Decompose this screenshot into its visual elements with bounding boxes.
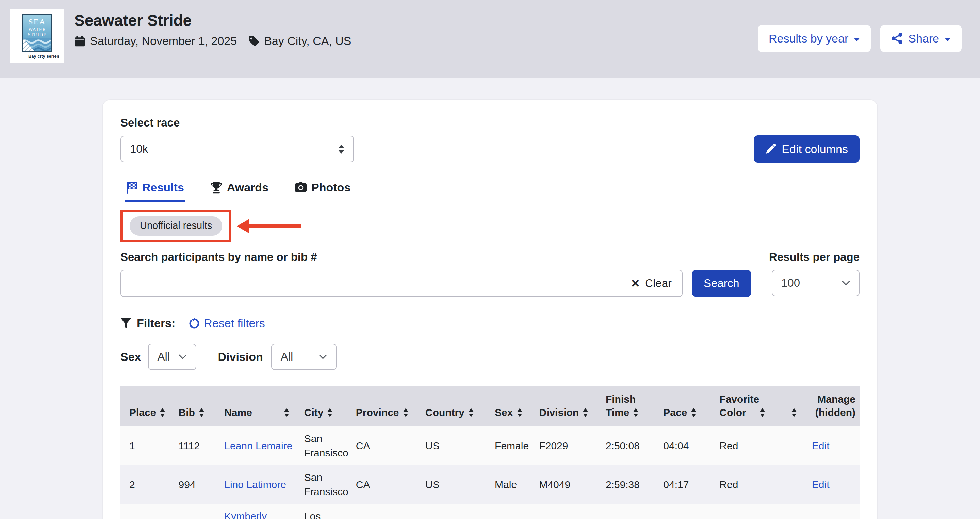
col-header-label: Manage (hidden) <box>815 394 856 418</box>
table-header-row: PlaceBibNameCityProvinceCountrySexDivisi… <box>121 386 859 426</box>
tab-results-label: Results <box>142 181 184 194</box>
chevron-down-icon <box>945 38 951 41</box>
camera-icon <box>295 182 307 194</box>
edit-columns-button[interactable]: Edit columns <box>754 135 859 163</box>
results-table: PlaceBibNameCityProvinceCountrySexDivisi… <box>121 386 859 519</box>
col-header-pace[interactable]: Pace <box>659 386 715 426</box>
share-button[interactable]: Share <box>880 25 962 52</box>
chevron-down-icon <box>842 281 850 285</box>
cell-bib: 1365 <box>175 504 221 519</box>
tab-awards[interactable]: Awards <box>209 181 270 202</box>
col-header-name[interactable]: Name <box>220 386 300 426</box>
col-header-bib[interactable]: Bib <box>175 386 221 426</box>
pencil-icon <box>765 143 776 154</box>
clear-button[interactable]: ✕ Clear <box>620 270 682 297</box>
arrow-head <box>237 219 249 233</box>
division-filter-select[interactable]: All <box>271 343 337 370</box>
chevron-down-icon <box>179 354 187 359</box>
col-header-label: Pace <box>663 407 687 418</box>
col-header-sex[interactable]: Sex <box>491 386 535 426</box>
sort-icon <box>283 408 290 417</box>
chevron-down-icon <box>854 38 860 41</box>
share-icon <box>891 33 903 44</box>
arrow-shaft <box>249 224 301 227</box>
col-header-label: Province <box>356 407 399 418</box>
results-by-year-button[interactable]: Results by year <box>758 25 871 52</box>
cell-city: San Fransisco <box>300 426 352 465</box>
cell-place: 3 <box>121 504 175 519</box>
participant-name-link[interactable]: Leann Lemaire <box>224 440 292 451</box>
col-header-finish_time[interactable]: Finish Time <box>601 386 659 426</box>
cell-country: US <box>421 465 491 504</box>
search-button-label: Search <box>704 277 740 290</box>
division-filter-label: Division <box>218 350 263 363</box>
cell-province: CA <box>352 504 421 519</box>
col-header-label: Division <box>539 407 579 418</box>
edit-link[interactable]: Edit <box>812 440 830 451</box>
participant-name-link[interactable]: Kymberly Karney <box>224 511 267 519</box>
race-select[interactable]: 10k <box>121 136 354 162</box>
results-per-page-label: Results per page <box>769 251 859 263</box>
cell-manage: Edit <box>808 465 859 504</box>
col-header-city[interactable]: City <box>300 386 352 426</box>
tab-photos-label: Photos <box>311 181 350 194</box>
cell-finish_time: 2:59:38 <box>601 465 659 504</box>
col-header-favorite_color[interactable]: Favorite Color <box>715 386 783 426</box>
search-label: Search participants by name or bib # <box>121 251 317 263</box>
reset-filters-link[interactable]: Reset filters <box>189 317 265 330</box>
sex-filter-select[interactable]: All <box>148 343 196 370</box>
cell-pace: 04:04 <box>659 426 715 465</box>
search-input[interactable] <box>121 270 620 297</box>
cell-favorite_color: Red <box>715 504 783 519</box>
cell-bib: 1112 <box>175 426 221 465</box>
cell-manage: Edit <box>808 426 859 465</box>
trophy-icon <box>211 182 222 194</box>
cell-place: 2 <box>121 465 175 504</box>
cell-country: US <box>421 504 491 519</box>
tab-photos[interactable]: Photos <box>294 181 352 202</box>
race-select-value: 10k <box>130 143 148 156</box>
col-header-country[interactable]: Country <box>421 386 491 426</box>
reset-icon <box>189 318 200 329</box>
cell-name: Lino Latimore <box>220 465 300 504</box>
updown-arrows-icon <box>338 144 344 154</box>
cell-manage: Edit <box>808 504 859 519</box>
cell-favorite_color: Red <box>715 426 783 465</box>
cell-sex: Female <box>491 504 535 519</box>
calendar-icon <box>74 36 85 47</box>
logo-artwork: SEA WATER STRIDE <box>22 14 52 52</box>
logo-line: WATER <box>28 27 47 32</box>
col-header-place[interactable]: Place <box>121 386 175 426</box>
col-header-extra[interactable] <box>783 386 808 426</box>
col-header-label: Favorite Color <box>719 394 759 418</box>
cell-finish_time: 3:05:47 <box>601 504 659 519</box>
logo-line: STRIDE <box>28 32 47 38</box>
sort-icon <box>159 408 166 417</box>
event-date-text: Saturday, November 1, 2025 <box>90 34 237 48</box>
sort-icon <box>791 408 797 417</box>
results-per-page-select[interactable]: 100 <box>772 270 859 296</box>
sex-filter-value: All <box>158 350 170 363</box>
col-header-label: Country <box>425 407 465 418</box>
participant-name-link[interactable]: Lino Latimore <box>224 479 286 490</box>
table-head: PlaceBibNameCityProvinceCountrySexDivisi… <box>121 386 859 426</box>
cell-sex: Female <box>491 426 535 465</box>
search-button[interactable]: Search <box>692 270 751 297</box>
edit-link[interactable]: Edit <box>812 517 830 519</box>
cell-favorite_color: Red <box>715 465 783 504</box>
col-header-province[interactable]: Province <box>352 386 421 426</box>
edit-link[interactable]: Edit <box>812 479 830 490</box>
col-header-label: Finish Time <box>606 394 636 418</box>
event-header: SEA WATER STRIDE Bay city series Seawate… <box>0 0 980 78</box>
logo-caption: Bay city series <box>28 54 59 59</box>
cell-province: CA <box>352 426 421 465</box>
table-row: 11112Leann LemaireSan FransiscoCAUSFemal… <box>121 426 859 465</box>
event-date: Saturday, November 1, 2025 <box>74 34 237 48</box>
cell-extra <box>783 465 808 504</box>
logo-line: SEA <box>28 17 47 27</box>
sort-icon <box>517 408 523 417</box>
sort-icon <box>327 408 333 417</box>
sort-icon <box>759 408 765 417</box>
tab-results[interactable]: Results <box>124 181 185 202</box>
col-header-division[interactable]: Division <box>535 386 601 426</box>
